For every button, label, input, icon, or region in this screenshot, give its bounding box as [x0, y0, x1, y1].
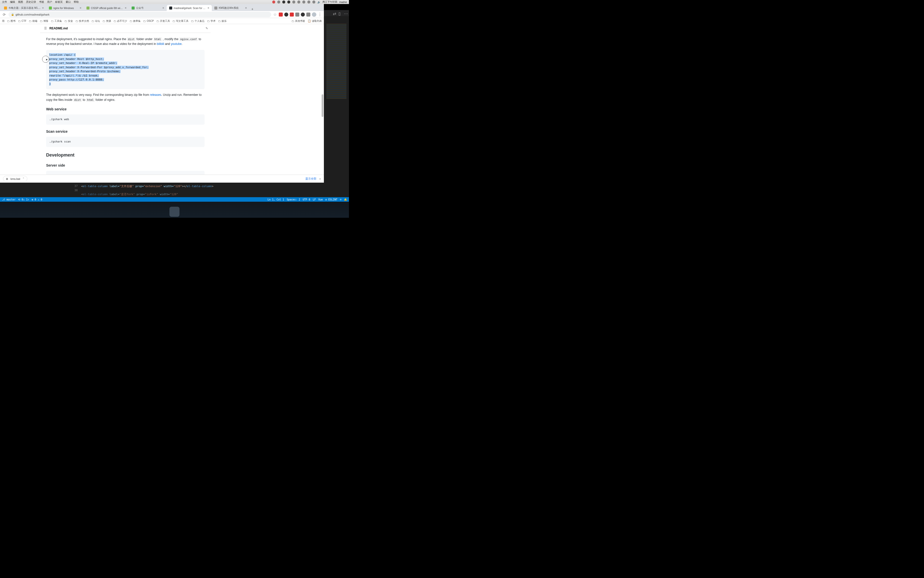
- git-branch[interactable]: ⎇ master: [2, 198, 16, 201]
- link-youtube[interactable]: youtube: [171, 42, 182, 45]
- bookmark-folder[interactable]: 🗀图书: [7, 19, 16, 23]
- bookmark-folder[interactable]: 🗀资源: [102, 19, 111, 23]
- tray-icon-6[interactable]: [302, 0, 305, 3]
- tab-3[interactable]: 公众号 ×: [129, 5, 167, 11]
- bookmark-folder[interactable]: 🗀OSCP: [143, 19, 154, 23]
- menu-bookmarks[interactable]: 书签: [39, 0, 44, 4]
- bookmark-folder[interactable]: 🗀前端: [29, 19, 37, 23]
- username[interactable]: madne: [339, 1, 347, 3]
- bookmark-other[interactable]: 🗀其他书签: [291, 19, 305, 23]
- bookmark-item[interactable]: 用: [2, 19, 5, 23]
- show-all-button[interactable]: 显示全部: [305, 177, 316, 180]
- encoding-status[interactable]: UTF-8: [303, 198, 310, 201]
- volume-icon[interactable]: 🔊: [317, 1, 320, 3]
- line-number: [0, 192, 78, 196]
- url-field[interactable]: 🔒 github.com/madneal/gshark: [8, 12, 271, 17]
- bookmark-folder[interactable]: 🗀安全: [65, 19, 73, 23]
- bookmark-folder[interactable]: 🗀必不可少: [113, 19, 127, 23]
- download-item[interactable]: 🗎 kms.bat ⌃: [3, 176, 28, 182]
- link-bilibili[interactable]: bilibili: [157, 42, 164, 45]
- code-block-gitclone[interactable]: git clone https://github.com/madneal/gsh…: [46, 171, 205, 175]
- extension-icon-3[interactable]: [290, 13, 294, 16]
- bookmark-folder[interactable]: 🗀论坛: [92, 19, 100, 23]
- bell-icon[interactable]: 🔔: [344, 198, 347, 201]
- extension-icon-1[interactable]: [279, 13, 283, 16]
- menu-window[interactable]: 窗口: [66, 0, 71, 4]
- profile-avatar[interactable]: [312, 12, 316, 17]
- close-icon[interactable]: ×: [80, 6, 81, 10]
- tray-icon-1[interactable]: [277, 0, 280, 3]
- indent-status[interactable]: Spaces: 2: [286, 198, 300, 201]
- menu-help[interactable]: 帮助: [74, 0, 79, 4]
- compare-icon[interactable]: ⇄: [333, 11, 337, 15]
- vscode-minimap[interactable]: [326, 24, 346, 99]
- bookmark-folder[interactable]: 🗀技术文档: [76, 19, 89, 23]
- extensions-menu-icon[interactable]: [306, 13, 310, 16]
- menu-edit[interactable]: 编辑: [10, 0, 15, 4]
- close-icon[interactable]: ×: [207, 6, 209, 10]
- code-line-37[interactable]: 37 <el-table-column label="文件后缀" prop="e…: [0, 184, 349, 188]
- more-icon[interactable]: ⋯: [344, 11, 348, 15]
- eol-status[interactable]: LF: [313, 198, 316, 201]
- page-content[interactable]: ☰ README.md ✎ For the deployment, it's s…: [0, 24, 324, 175]
- bookmark-folder[interactable]: 🗀博客: [40, 19, 49, 23]
- dock-app-icon[interactable]: [170, 207, 180, 217]
- language-status[interactable]: Vue: [318, 198, 323, 201]
- extension-icon-4[interactable]: [295, 13, 299, 16]
- close-icon[interactable]: ×: [42, 6, 44, 10]
- tab-5[interactable]: KMS激活Win系统 ×: [212, 5, 249, 11]
- cursor-position[interactable]: Ln 1, Col 1: [267, 198, 284, 201]
- tab-4-active[interactable]: madneal/gshark: Scan for sen ×: [167, 5, 212, 11]
- git-sync[interactable]: ⟲ 0↓ 1↑: [18, 198, 29, 201]
- new-tab-button[interactable]: +: [249, 7, 256, 11]
- bookmark-folder[interactable]: 🗀工具集: [51, 19, 62, 23]
- record-icon[interactable]: [272, 0, 275, 3]
- code-block-scan[interactable]: ./gshark scan: [46, 137, 205, 147]
- menu-tabs[interactable]: 标签页: [55, 0, 63, 4]
- bookmark-folder[interactable]: 🗀CTF: [18, 19, 26, 23]
- bookmark-folder[interactable]: 🗀效率集: [129, 19, 141, 23]
- bookmark-folder[interactable]: 🗀学术: [207, 19, 215, 23]
- extension-icon-2[interactable]: [284, 13, 288, 16]
- problems[interactable]: ⊗ 0 ⚠ 0: [32, 198, 42, 201]
- tray-icon-5[interactable]: [297, 0, 300, 3]
- reading-list[interactable]: 📋读取列表: [307, 19, 322, 23]
- chevron-up-icon[interactable]: ⌃: [22, 177, 24, 180]
- code-block-nginx[interactable]: location /api/ { proxy_set_header Host $…: [46, 50, 205, 89]
- code-block-web[interactable]: ./gshark web: [46, 114, 205, 125]
- edit-icon[interactable]: ✎: [206, 27, 208, 30]
- scrollbar-thumb[interactable]: [322, 94, 324, 117]
- eslint-status[interactable]: ⊘ ESLINT: [325, 198, 337, 201]
- macos-dock[interactable]: [0, 202, 349, 218]
- star-icon[interactable]: ☆: [273, 12, 277, 17]
- menu-history[interactable]: 历史记录: [26, 0, 36, 4]
- tray-icon-4[interactable]: [292, 0, 295, 3]
- link-releases[interactable]: releases: [150, 93, 161, 97]
- close-icon[interactable]: ×: [162, 6, 164, 10]
- tray-icon-8[interactable]: [312, 0, 316, 3]
- menu-file[interactable]: 文件: [2, 0, 7, 4]
- bookmark-folder[interactable]: 🗀个人备忘: [191, 19, 205, 23]
- close-icon[interactable]: ×: [245, 6, 247, 10]
- bookmark-folder[interactable]: 🗀娱乐: [218, 19, 227, 23]
- toc-icon[interactable]: ☰: [44, 27, 47, 30]
- tray-icon-7[interactable]: [307, 0, 310, 3]
- menu-user[interactable]: 用户: [47, 0, 52, 4]
- tab-1[interactable]: nginx for Windows ×: [46, 5, 84, 11]
- close-icon[interactable]: ×: [125, 6, 126, 10]
- tab-2[interactable]: CISSP official guide 8th with C ×: [84, 5, 129, 11]
- tray-icon-2[interactable]: [282, 0, 285, 3]
- tray-icon-3[interactable]: [287, 0, 290, 3]
- feedback-icon[interactable]: ☺: [340, 198, 341, 201]
- reload-button[interactable]: ⟳: [2, 12, 6, 17]
- code-line-38[interactable]: 38: [0, 188, 349, 192]
- code-line-39[interactable]: <el-table-column label="是否fork" prop="is…: [0, 192, 349, 196]
- menu-view[interactable]: 视图: [18, 0, 23, 4]
- tab-0[interactable]: 今晚主题：买显示器送 M1.... ×: [2, 5, 46, 11]
- extension-icon-5[interactable]: [301, 13, 305, 16]
- chrome-menu-icon[interactable]: ⋮: [318, 12, 322, 17]
- bookmark-folder[interactable]: 🗀开发工具: [157, 19, 170, 23]
- close-downloads-icon[interactable]: ×: [319, 177, 321, 180]
- bookmark-folder[interactable]: 🗀写文章工具: [173, 19, 189, 23]
- split-icon[interactable]: ▯: [338, 11, 342, 15]
